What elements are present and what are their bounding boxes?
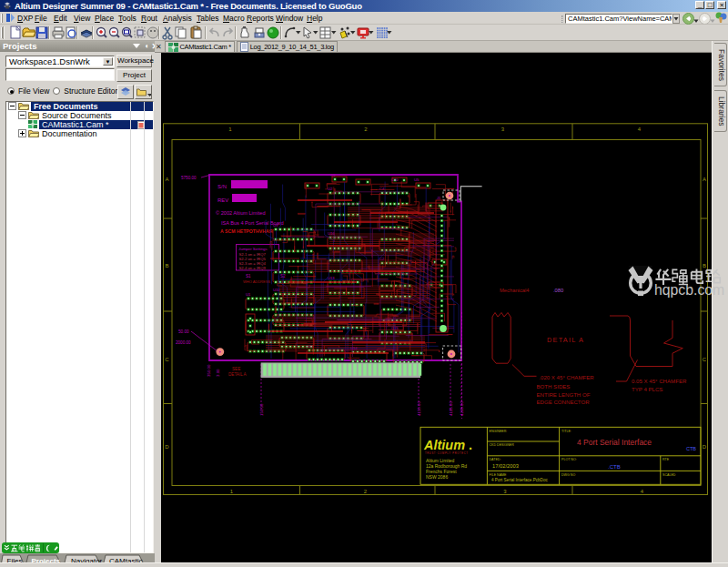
svg-text:2000.00: 2000.00	[176, 340, 191, 345]
svg-text:D: D	[165, 444, 169, 450]
svg-text:TYP 4 PLCS: TYP 4 PLCS	[632, 386, 662, 392]
svg-text:350.00: 350.00	[207, 364, 211, 377]
svg-text:C: C	[703, 357, 707, 362]
svg-text:3.00: 3.00	[216, 369, 220, 377]
svg-text:5750.00: 5750.00	[181, 176, 197, 180]
svg-text:3: 3	[501, 127, 505, 132]
svg-text:DETAIL A: DETAIL A	[228, 372, 248, 377]
svg-text:4 Port Serial Interface.PcbDoc: 4 Port Serial Interface.PcbDoc	[491, 478, 548, 482]
svg-text:Mechanical4: Mechanical4	[500, 288, 530, 293]
svg-text:DATED:: DATED:	[490, 458, 501, 461]
svg-text:TITLE:: TITLE:	[561, 430, 571, 433]
svg-text:U9: U9	[273, 223, 278, 228]
svg-text:CTB: CTB	[686, 446, 696, 451]
svg-text:Altium: Altium	[423, 438, 465, 452]
svg-text:17/02/2003: 17/02/2003	[492, 463, 519, 469]
svg-text:S2-3 on = IRQ4: S2-3 on = IRQ4	[239, 261, 267, 266]
svg-text:J1: J1	[437, 196, 441, 200]
svg-text:.: .	[469, 438, 472, 452]
svg-text:S2-1 on = IRQ7: S2-1 on = IRQ7	[239, 252, 267, 257]
svg-text:B: B	[165, 263, 168, 268]
svg-text:S1: S1	[246, 274, 251, 278]
svg-text:C: C	[165, 357, 169, 362]
svg-text:U2: U2	[328, 187, 333, 191]
svg-text:S2-2 on = IRQ5: S2-2 on = IRQ5	[239, 257, 267, 261]
svg-text:.080: .080	[553, 288, 563, 293]
svg-text:FILE NAME: FILE NAME	[490, 473, 508, 477]
svg-text:SCALED: SCALED	[662, 473, 676, 477]
svg-text:ENGINEER:: ENGINEER:	[490, 430, 508, 433]
svg-text:T R U S T · C O M P L Y · P R: T R U S T · C O M P L Y · P R O T E C T	[425, 451, 468, 455]
svg-text:3: 3	[503, 489, 507, 494]
svg-text:A: A	[703, 177, 706, 182]
svg-text:D: D	[703, 444, 707, 450]
svg-text:ENTIRE LENGTH OF: ENTIRE LENGTH OF	[537, 391, 591, 398]
svg-text:© 2002 Altium Limited: © 2002 Altium Limited	[216, 210, 266, 216]
svg-text:2: 2	[364, 489, 368, 494]
svg-text:DETAIL A: DETAIL A	[547, 336, 584, 344]
svg-text:SEE: SEE	[232, 367, 240, 371]
svg-text:U5: U5	[414, 177, 420, 182]
svg-text:S2-4 on = IRQ9: S2-4 on = IRQ9	[239, 266, 267, 270]
svg-text:C4: C4	[379, 187, 385, 191]
svg-text:4: 4	[641, 489, 644, 494]
svg-text:.CTB: .CTB	[608, 464, 621, 470]
svg-text:EDGE CONNECTOR: EDGE CONNECTOR	[537, 399, 591, 405]
svg-text:U1: U1	[246, 292, 251, 297]
svg-text:DWG NO: DWG NO	[561, 473, 575, 477]
svg-text:CKD DESIGNER: CKD DESIGNER	[490, 443, 515, 447]
svg-text:4: 4	[638, 127, 642, 132]
svg-text:C10: C10	[391, 177, 399, 182]
svg-text:WHO ADDRESS: WHO ADDRESS	[243, 279, 270, 284]
svg-text:S/N: S/N	[217, 184, 227, 189]
svg-text:A SCM HETPOTHVHAЯ: A SCM HETPOTHVHAЯ	[220, 228, 273, 234]
svg-text:4 Port Serial Interface: 4 Port Serial Interface	[577, 438, 652, 447]
svg-text:A: A	[165, 177, 168, 182]
svg-text:PLOT NO:: PLOT NO:	[561, 458, 577, 461]
svg-text:REV: REV	[217, 197, 228, 203]
svg-text:C9: C9	[330, 173, 336, 177]
svg-text:0.05 X 45° CHAMFER: 0.05 X 45° CHAMFER	[632, 378, 687, 384]
svg-text:BOTH SIDES: BOTH SIDES	[537, 383, 571, 390]
svg-text:2: 2	[364, 127, 368, 132]
svg-text:50.00: 50.00	[178, 329, 189, 334]
svg-text:Jumper Settings: Jumper Settings	[238, 247, 268, 251]
svg-text:hqpcb.com: hqpcb.com	[654, 282, 724, 298]
svg-text:U11: U11	[307, 344, 314, 349]
svg-text:.020 X 45° CHAMFER: .020 X 45° CHAMFER	[539, 374, 594, 380]
svg-text:RTE: RTE	[662, 458, 670, 461]
svg-text:1: 1	[230, 489, 234, 494]
svg-text:NSW 2086: NSW 2086	[426, 474, 448, 480]
svg-text:1: 1	[228, 127, 232, 132]
